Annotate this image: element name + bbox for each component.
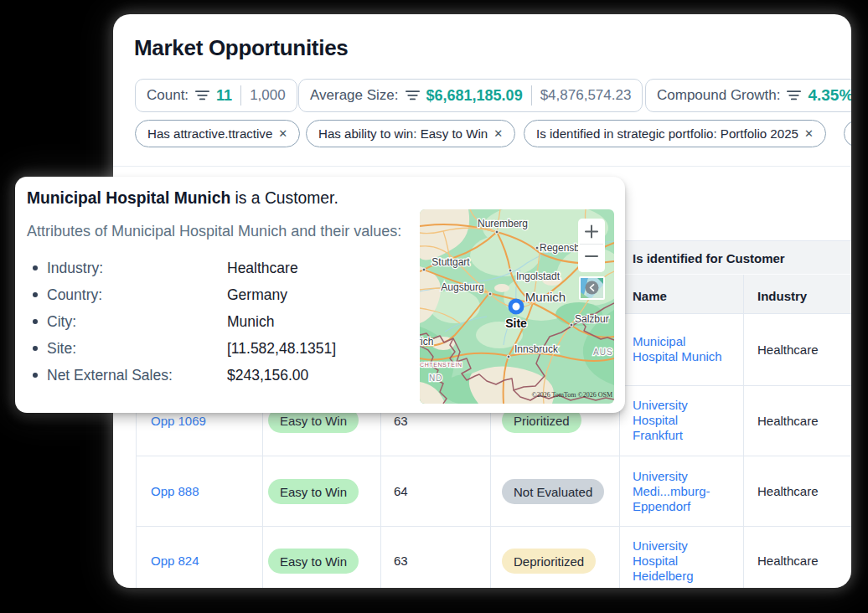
svg-text:AUS: AUS [593, 348, 613, 357]
svg-text:Innsbruck: Innsbruck [514, 343, 559, 355]
svg-text:Ingolstadt: Ingolstadt [516, 270, 561, 282]
svg-text:©2026 TomTom ©2026 OSM: ©2026 TomTom ©2026 OSM [532, 391, 612, 399]
svg-text:Salzbur: Salzbur [575, 313, 609, 325]
svg-text:Nuremberg: Nuremberg [478, 218, 528, 229]
svg-text:CHTENSTEIN: CHTENSTEIN [420, 362, 462, 368]
svg-text:Regensb: Regensb [540, 242, 580, 254]
svg-text:Augsburg: Augsburg [441, 281, 483, 293]
svg-text:Munich: Munich [525, 290, 566, 304]
svg-text:ND: ND [429, 373, 442, 383]
svg-text:rich: rich [420, 336, 433, 348]
svg-text:Stuttgart: Stuttgart [431, 256, 470, 268]
svg-text:Site: Site [505, 317, 527, 330]
